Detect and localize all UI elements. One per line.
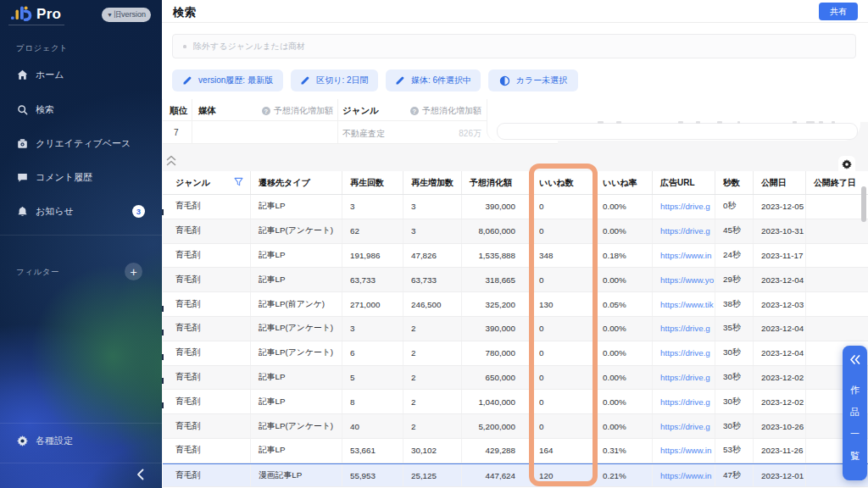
works-table-cell: 30秒 xyxy=(715,414,754,438)
filter-funnel-icon-svg xyxy=(234,177,243,186)
works-table-row[interactable]: 育毛剤記事LP(アンケート)62780,00000.00%https://dri… xyxy=(163,341,868,366)
works-table-cell: 1,535,888 xyxy=(462,244,531,268)
sidebar-section-projects: プロジェクト xyxy=(16,43,68,54)
half-circle-icon-svg xyxy=(499,75,510,86)
works-table-cell[interactable]: https://drive.g xyxy=(653,390,715,413)
works-table-cell: 2023-12-04 xyxy=(754,317,806,341)
filter-chip[interactable]: version履歴: 最新版 xyxy=(172,69,283,92)
sidebar-item-home[interactable]: ホーム xyxy=(0,58,162,92)
works-table-cell[interactable]: https://www.in xyxy=(653,439,715,463)
works-table-cell: 2023-10-26 xyxy=(754,414,806,438)
filter-chip[interactable]: 媒体: 6件選択中 xyxy=(386,69,481,92)
works-column-header[interactable]: 再生回数 xyxy=(342,171,403,194)
comment-icon xyxy=(16,171,28,183)
works-column-label: 遷移先タイプ xyxy=(259,177,310,189)
collapse-up-icon-svg xyxy=(166,155,176,166)
sidebar-item-comment[interactable]: コメント履歴 xyxy=(0,160,162,194)
works-table-cell: 2023-12-04 xyxy=(754,268,806,291)
app-logo[interactable]: Pro xyxy=(10,5,61,23)
works-column-header[interactable]: 予想消化額 xyxy=(462,171,531,194)
works-table-cell[interactable]: https://www.in xyxy=(653,244,715,268)
col-rank[interactable]: 順位 xyxy=(170,105,187,117)
filter-chip[interactable]: 区切り: 2日間 xyxy=(291,69,378,92)
col-expected-increase[interactable]: ? 予想消化増加額 xyxy=(262,105,334,117)
works-column-header[interactable]: いいね数 xyxy=(531,171,595,194)
works-table-row[interactable]: 育毛剤記事LP63,73363,733318,66500.00%https://… xyxy=(163,268,868,292)
sidebar-filter-label: フィルター xyxy=(16,267,59,278)
logo-icon xyxy=(10,6,32,23)
works-table-row[interactable]: 育毛剤記事LP(前アンケ)271,000246,500325,2001300.0… xyxy=(163,292,868,317)
works-table-row[interactable]: 育毛剤漫画記事LP55,95325,125447,6241200.21%http… xyxy=(163,463,868,488)
works-column-label: ジャンル xyxy=(175,177,210,189)
sidebar-collapse-button[interactable] xyxy=(129,466,151,483)
clipped-text-fragment xyxy=(616,121,621,125)
works-table-cell[interactable]: https://www.yo xyxy=(653,268,715,291)
works-column-header[interactable]: 公開終了日 xyxy=(806,171,868,194)
col-genre[interactable]: ジャンル xyxy=(342,105,379,117)
works-table-cell[interactable]: https://drive.g xyxy=(653,195,715,219)
search-icon-svg xyxy=(17,104,28,115)
works-table-row[interactable]: 育毛剤記事LP(アンケート)6238,060,00000.00%https://… xyxy=(163,219,868,244)
works-table-cell: 0 xyxy=(531,219,595,243)
works-table-row[interactable]: 育毛剤記事LP(アンケート)4025,200,00000.00%https://… xyxy=(163,414,868,439)
sidebar-item-creative[interactable]: クリエイティブベース xyxy=(0,126,162,160)
works-table-row[interactable]: 育毛剤記事LP821,040,00000.00%https://drive.g3… xyxy=(163,390,868,414)
filter-chip-label: 区切り: 2日間 xyxy=(316,75,368,86)
collapse-up-icon[interactable] xyxy=(166,154,176,165)
works-table-cell: 育毛剤 xyxy=(163,390,251,413)
works-table-cell: 育毛剤 xyxy=(163,244,251,268)
old-version-button[interactable]: ▼ 旧version xyxy=(102,8,151,22)
works-table-cell: 62 xyxy=(342,219,403,243)
works-table-cell[interactable]: https://drive.g xyxy=(653,366,715,390)
works-column-header[interactable]: ジャンル xyxy=(163,171,251,194)
sidebar-item-search[interactable]: 検索 xyxy=(0,92,162,126)
vertical-scrollbar[interactable] xyxy=(861,186,866,222)
works-table-row[interactable]: 育毛剤記事LP53,66130,102429,2881640.31%https:… xyxy=(163,439,868,463)
works-table-cell[interactable]: https://drive.g xyxy=(653,219,715,243)
col-expected-increase-2[interactable]: ? 予想消化増加額 xyxy=(410,105,482,117)
works-table-cell: 0.21% xyxy=(595,464,653,487)
works-table-cell: 2023-12-01 xyxy=(754,464,806,487)
works-table-cell[interactable]: https://www.tik xyxy=(653,292,715,316)
col-media[interactable]: 媒体 xyxy=(198,105,216,117)
share-button[interactable]: 共有 xyxy=(819,3,858,20)
filter-funnel-icon[interactable] xyxy=(234,177,243,188)
clipped-text-fragment xyxy=(717,121,722,125)
works-table-cell[interactable]: https://drive.g xyxy=(653,414,715,438)
works-table-cell xyxy=(806,317,868,341)
chevrons-left-icon xyxy=(849,355,860,366)
works-table-cell xyxy=(806,244,868,268)
works-table-row[interactable]: 育毛剤記事LP191,98647,8261,535,8883480.18%htt… xyxy=(163,244,868,269)
works-table-cell: 0 xyxy=(531,341,595,365)
works-list-panel-button[interactable]: 作品一覧 xyxy=(843,346,867,480)
filter-chip[interactable]: カラー未選択 xyxy=(488,69,578,92)
works-table-cell: 6 xyxy=(342,341,403,365)
works-table-cell: 63,733 xyxy=(403,268,462,291)
add-filter-button[interactable]: + xyxy=(125,263,142,280)
works-column-header[interactable]: 遷移先タイプ xyxy=(251,171,342,194)
works-table-cell: 記事LP(アンケート) xyxy=(251,341,342,365)
works-column-header[interactable]: 再生増加数 xyxy=(403,171,462,194)
works-table-cell[interactable]: https://drive.g xyxy=(653,317,715,341)
works-table-cell: 育毛剤 xyxy=(163,195,251,219)
works-column-header[interactable]: 広告URL xyxy=(653,171,715,194)
question-icon: ? xyxy=(410,107,420,116)
works-table-row[interactable]: 育毛剤記事LP(アンケート)32390,00000.00%https://dri… xyxy=(163,317,868,341)
works-table-cell: 5,200,000 xyxy=(462,414,531,438)
works-table-cell[interactable]: https://www.in xyxy=(653,464,715,487)
works-table-row[interactable]: 育毛剤記事LP52650,00000.00%https://drive.g30秒… xyxy=(163,366,868,391)
table-settings-button[interactable] xyxy=(838,156,855,172)
genre-cell: 不動産査定 xyxy=(342,128,385,140)
creative-icon-svg xyxy=(17,138,28,149)
sidebar-item-settings[interactable]: 各種設定 xyxy=(0,424,162,458)
exclude-genre-input[interactable]: 除外するジャンルまたは商材 xyxy=(172,34,856,58)
works-table-row[interactable]: 育毛剤記事LP33390,00000.00%https://drive.g0秒2… xyxy=(163,195,868,219)
works-column-header[interactable]: いいね率 xyxy=(595,171,653,194)
works-column-header[interactable]: 公開日 xyxy=(754,171,806,194)
sidebar-item-label: 各種設定 xyxy=(36,435,73,447)
works-column-header[interactable]: 秒数 xyxy=(715,171,754,194)
sidebar-item-bell[interactable]: お知らせ3 xyxy=(0,194,162,228)
works-table-cell: 30,102 xyxy=(403,439,462,463)
works-table-cell: 育毛剤 xyxy=(163,439,251,463)
works-table-cell[interactable]: https://drive.g xyxy=(653,341,715,365)
